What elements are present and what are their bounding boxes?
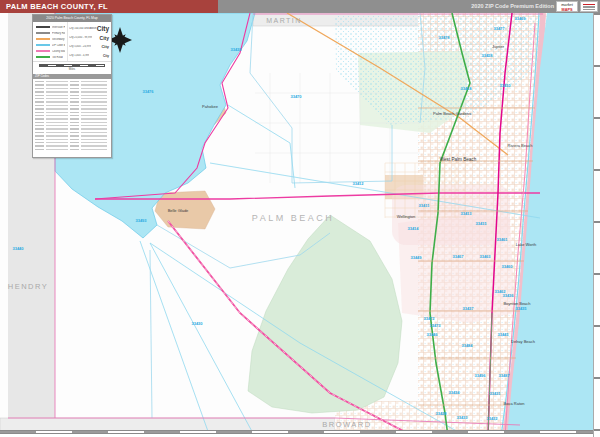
legend-line-sample [36, 50, 50, 51]
legend-line-label: Primary Road [52, 32, 65, 35]
header-bar: PALM BEACH COUNTY, FL 2020 ZIP Code Prem… [0, 0, 600, 13]
map-poster: PALM BEACH COUNTY, FL 2020 ZIP Code Prem… [0, 0, 600, 437]
legend-line-label: Interstate Highway [52, 26, 65, 29]
legend-city-sample: City [103, 54, 109, 58]
zip-table-row [35, 148, 109, 151]
legend-city-item: City 1,000 - 4,999City [69, 51, 109, 60]
map-title: PALM BEACH COUNTY, FL [0, 0, 218, 13]
legend-city-class-label: City 100,000 and Above [69, 27, 97, 30]
edition-label: 2020 ZIP Code Premium Edition [471, 0, 554, 13]
legend-panel: 2020 Palm Beach County, FL Map Interstat… [32, 14, 112, 158]
legend-line-item: Toll Road [36, 54, 65, 60]
legend-scale: Miles [33, 62, 111, 74]
legend-zip-table [33, 79, 111, 152]
legend-line-label: Secondary Road [52, 38, 65, 41]
scale-miles-label: Miles [39, 67, 105, 71]
marketmaps-logo: market MAPS [556, 1, 578, 12]
right-scale-ruler [593, 13, 600, 437]
legend-city-sample: City [97, 25, 109, 32]
legend-line-label: County Boundary [52, 50, 65, 53]
legend-city-class-label: City 5,000 - 24,999 [69, 45, 91, 48]
legend-line-sample [36, 38, 50, 39]
legend-line-label: ZIP Code Boundary [52, 44, 65, 47]
palm-beach-county-label: PALM BEACH [252, 213, 334, 223]
legend-city-item: City 5,000 - 24,999City [69, 42, 109, 51]
legend-city-list: City 100,000 and AboveCityCity 25,000 - … [67, 22, 111, 61]
legend-line-sample [36, 56, 50, 57]
logo-text-maps: MAPS [557, 8, 577, 12]
legend-line-label: Toll Road [52, 56, 63, 59]
publisher-badge [580, 1, 598, 12]
legend-city-item: City 25,000 - 99,999City [69, 33, 109, 42]
legend-line-sample [36, 26, 50, 27]
legend-city-class-label: City 25,000 - 99,999 [69, 36, 92, 39]
legend-line-list: Interstate HighwayPrimary RoadSecondary … [33, 22, 67, 61]
legend-city-class-label: City 1,000 - 4,999 [69, 54, 89, 57]
legend-line-sample [36, 32, 50, 33]
legend-city-item: City 100,000 and AboveCity [69, 24, 109, 33]
legend-city-sample: City [101, 44, 109, 49]
map-canvas[interactable]: 2020 Palm Beach County, FL Map Interstat… [0, 13, 600, 437]
legend-line-sample [36, 44, 50, 45]
legend-city-sample: City [100, 35, 109, 41]
legend-title: 2020 Palm Beach County, FL Map [33, 15, 111, 22]
